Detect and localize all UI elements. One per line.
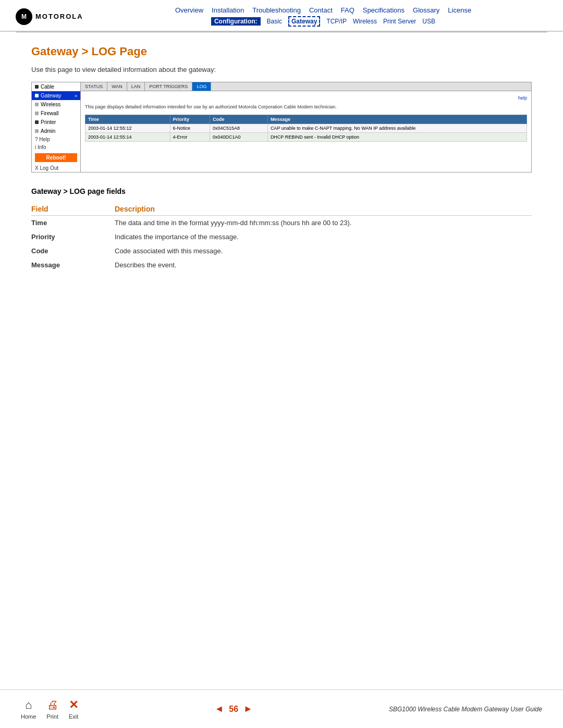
log-cell-message: DHCP REBIND sent - Invalid DHCP option — [267, 132, 527, 141]
print-button[interactable]: 🖨 Print — [46, 698, 58, 720]
firewall-dot — [35, 112, 39, 115]
field-name: Code — [31, 244, 115, 258]
motorola-logo-icon: M — [16, 8, 32, 25]
exit-label: Exit — [69, 713, 78, 720]
log-cell-time: 2003-01-14 12:55:14 — [85, 132, 170, 141]
gateway-arrow: » — [75, 93, 77, 98]
wireless-label: Wireless — [41, 102, 60, 107]
col-message: Message — [267, 115, 527, 124]
logout-button[interactable]: X Log Out — [32, 164, 80, 172]
nav-faq[interactable]: FAQ — [341, 6, 354, 14]
col-time: Time — [85, 115, 170, 124]
sidebar-help[interactable]: ? Help — [32, 135, 80, 143]
col-code: Code — [210, 115, 267, 124]
page-title: Gateway > LOG Page — [31, 45, 532, 58]
log-cell-code: 0x04C515A8 — [210, 124, 267, 132]
field-description: Code associated with this message. — [115, 244, 532, 258]
home-button[interactable]: ⌂ Home — [21, 698, 36, 720]
page-number: 56 — [229, 705, 238, 714]
panel-tabs: STATUS WAN LAN PORT TRIGGERS LOG — [81, 82, 531, 91]
tab-wan[interactable]: WAN — [107, 82, 127, 91]
log-cell-priority: 6-Notice — [170, 124, 210, 132]
footer: ⌂ Home 🖨 Print ✕ Exit ◄ 56 ► SBG1000 Wir… — [0, 689, 563, 728]
admin-label: Admin — [41, 128, 55, 134]
tab-port-triggers[interactable]: PORT TRIGGERS — [145, 82, 192, 91]
fields-row: TimeThe data and time in the format yyyy… — [31, 216, 532, 230]
fields-row: PriorityIndicates the importance of the … — [31, 230, 532, 244]
nav-installation[interactable]: Installation — [212, 6, 244, 14]
svg-text:M: M — [21, 13, 27, 20]
nav-license[interactable]: License — [448, 6, 471, 14]
home-icon: ⌂ — [25, 698, 32, 712]
nav-troubleshooting[interactable]: Troubleshooting — [252, 6, 301, 14]
subnav-basic[interactable]: Basic — [267, 18, 282, 25]
field-name: Priority — [31, 230, 115, 244]
panel-mockup: STATUS WAN LAN PORT TRIGGERS LOG help Th… — [81, 82, 532, 172]
fields-row: MessageDescribes the event. — [31, 258, 532, 272]
subnav-wireless[interactable]: Wireless — [353, 18, 377, 25]
log-table: Time Priority Code Message 2003-01-14 12… — [85, 115, 527, 142]
print-label: Print — [46, 713, 58, 720]
print-icon: 🖨 — [47, 698, 58, 712]
top-nav: Overview Installation Troubleshooting Co… — [175, 6, 471, 14]
panel-info-text: This page displays detailed information … — [85, 104, 527, 110]
sidebar-gateway[interactable]: Gateway » — [32, 91, 80, 100]
fields-table: Field Description TimeThe data and time … — [31, 203, 532, 272]
sub-nav: Configuration: Basic Gateway TCP/IP Wire… — [211, 16, 435, 27]
nav-specifications[interactable]: Specifications — [363, 6, 405, 14]
log-row: 2003-01-14 12:55:126-Notice0x04C515A8CAP… — [85, 124, 527, 132]
subnav-usb[interactable]: USB — [422, 18, 435, 25]
col-priority: Priority — [170, 115, 210, 124]
sidebar-cable[interactable]: Cable — [32, 82, 80, 91]
nav-area: Overview Installation Troubleshooting Co… — [99, 6, 547, 27]
prev-page-button[interactable]: ◄ — [214, 704, 224, 714]
subnav-tcpip[interactable]: TCP/IP — [326, 18, 347, 25]
help-link[interactable]: help — [85, 95, 527, 101]
reboot-button[interactable]: Reboot! — [35, 153, 77, 162]
exit-button[interactable]: ✕ Exit — [69, 698, 78, 720]
sidebar-admin[interactable]: Admin — [32, 127, 80, 135]
sidebar-printer[interactable]: Printer — [32, 118, 80, 127]
field-name: Time — [31, 216, 115, 230]
wireless-dot — [35, 103, 39, 106]
panel-body: help This page displays detailed informa… — [81, 91, 531, 146]
gateway-label: Gateway — [41, 93, 61, 98]
fields-col-description: Description — [115, 203, 532, 216]
footer-page-nav: ◄ 56 ► — [214, 704, 252, 714]
home-label: Home — [21, 713, 36, 720]
section-title: Gateway > LOG page fields — [31, 187, 532, 195]
tab-log[interactable]: LOG — [192, 82, 211, 91]
log-row: 2003-01-14 12:55:144-Error0x040DC1A0DHCP… — [85, 132, 527, 141]
printer-dot — [35, 120, 39, 124]
footer-nav-icons: ⌂ Home 🖨 Print ✕ Exit — [21, 698, 78, 720]
exit-icon: ✕ — [69, 698, 78, 712]
subnav-printserver[interactable]: Print Server — [383, 18, 416, 25]
sidebar-mockup: Cable Gateway » Wireless Firewall Printe… — [31, 82, 81, 172]
firewall-label: Firewall — [41, 110, 58, 116]
sidebar-wireless[interactable]: Wireless — [32, 100, 80, 109]
cable-label: Cable — [41, 84, 54, 90]
next-page-button[interactable]: ► — [243, 704, 253, 714]
motorola-text: MOTOROLA — [35, 13, 83, 20]
footer-doc-title: SBG1000 Wireless Cable Modem Gateway Use… — [389, 706, 542, 713]
fields-row: CodeCode associated with this message. — [31, 244, 532, 258]
main-content: Gateway > LOG Page Use this page to view… — [0, 32, 563, 303]
log-cell-message: CAP unable to make C-NAPT mapping. No WA… — [267, 124, 527, 132]
field-description: Indicates the importance of the message. — [115, 230, 532, 244]
sidebar-info[interactable]: i Info — [32, 143, 80, 151]
gateway-dot — [35, 94, 39, 97]
nav-contact[interactable]: Contact — [309, 6, 333, 14]
motorola-logo: M MOTOROLA — [16, 8, 83, 25]
header: M MOTOROLA Overview Installation Trouble… — [0, 0, 563, 32]
log-cell-time: 2003-01-14 12:55:12 — [85, 124, 170, 132]
screenshot-container: Cable Gateway » Wireless Firewall Printe… — [31, 82, 532, 172]
tab-lan[interactable]: LAN — [127, 82, 145, 91]
sidebar-firewall[interactable]: Firewall — [32, 109, 80, 118]
cable-dot — [35, 85, 39, 89]
nav-overview[interactable]: Overview — [175, 6, 203, 14]
tab-status[interactable]: STATUS — [81, 82, 107, 91]
page-description: Use this page to view detailed informati… — [31, 66, 532, 73]
nav-glossary[interactable]: Glossary — [413, 6, 439, 14]
subnav-gateway[interactable]: Gateway — [288, 16, 320, 27]
printer-label: Printer — [41, 119, 56, 125]
